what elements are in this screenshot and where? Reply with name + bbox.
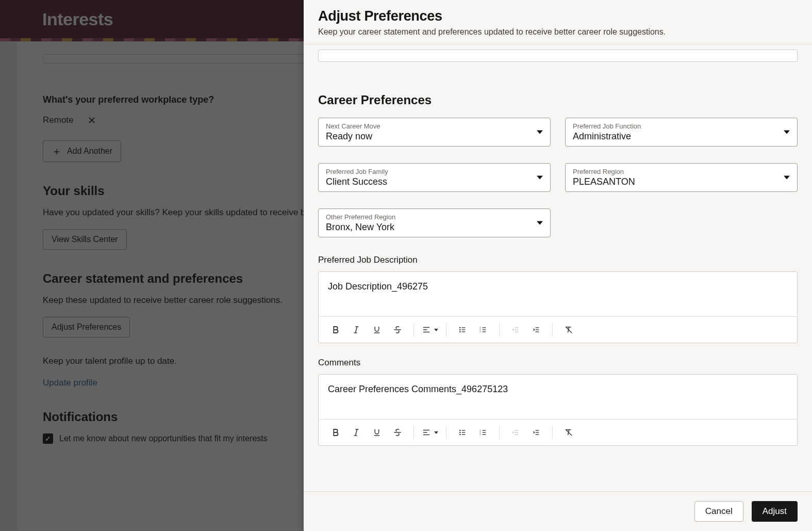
chevron-down-icon <box>537 221 543 225</box>
svg-point-12 <box>460 331 460 332</box>
chevron-down-icon <box>537 131 543 134</box>
strikethrough-icon[interactable] <box>389 424 406 441</box>
toolbar-separator <box>413 323 414 336</box>
select-label: Other Preferred Region <box>326 213 527 221</box>
comments-content[interactable]: Career Preferences Comments_496275123 <box>319 375 797 419</box>
career-statement-box[interactable] <box>318 50 798 62</box>
select-value: Ready now <box>326 131 527 142</box>
svg-point-37 <box>460 430 460 430</box>
career-preferences-heading: Career Preferences <box>318 93 798 107</box>
panel-subtitle: Keep your career statement and preferenc… <box>318 27 798 37</box>
svg-point-38 <box>460 432 460 432</box>
comments-label: Comments <box>318 358 798 368</box>
bullet-list-icon[interactable] <box>454 321 471 339</box>
toolbar-separator <box>552 323 553 336</box>
preferred-region-select[interactable]: Preferred Region PLEASANTON <box>565 163 798 192</box>
clear-format-icon[interactable] <box>560 424 577 441</box>
strikethrough-icon[interactable] <box>389 321 406 339</box>
align-dropdown[interactable] <box>421 424 439 441</box>
svg-line-2 <box>356 327 357 333</box>
description-toolbar: 123 <box>319 316 797 343</box>
align-dropdown[interactable] <box>421 321 439 339</box>
svg-line-29 <box>356 429 357 436</box>
clear-format-icon[interactable] <box>560 321 577 339</box>
panel-title: Adjust Preferences <box>318 8 798 24</box>
modal-scrim-full <box>0 0 304 531</box>
bullet-list-icon[interactable] <box>454 424 471 441</box>
select-value: PLEASANTON <box>573 176 774 187</box>
chevron-down-icon <box>784 131 790 134</box>
toolbar-separator <box>446 426 446 439</box>
next-career-move-select[interactable]: Next Career Move Ready now <box>318 118 551 147</box>
toolbar-separator <box>499 323 500 336</box>
toolbar-separator <box>552 426 553 439</box>
underline-icon[interactable] <box>368 321 386 339</box>
select-label: Preferred Region <box>573 168 774 175</box>
bold-icon[interactable] <box>327 321 344 339</box>
underline-icon[interactable] <box>368 424 386 441</box>
svg-text:3: 3 <box>479 433 481 436</box>
italic-icon[interactable] <box>347 321 365 339</box>
svg-point-11 <box>460 329 460 330</box>
other-preferred-region-select[interactable]: Other Preferred Region Bronx, New York <box>318 208 551 237</box>
indent-icon[interactable] <box>527 321 545 339</box>
select-label: Preferred Job Function <box>573 122 774 130</box>
number-list-icon[interactable]: 123 <box>474 321 492 339</box>
preferred-job-family-select[interactable]: Preferred Job Family Client Success <box>318 163 551 192</box>
cancel-button[interactable]: Cancel <box>694 501 743 522</box>
outdent-icon <box>507 321 524 339</box>
select-label: Next Career Move <box>326 122 527 130</box>
panel-body[interactable]: Career Preferences Next Career Move Read… <box>304 44 812 491</box>
preferred-job-description-editor: Job Description_496275 123 <box>318 271 798 343</box>
chevron-down-icon <box>434 431 438 434</box>
select-label: Preferred Job Family <box>326 168 527 175</box>
toolbar-separator <box>446 323 446 336</box>
bold-icon[interactable] <box>327 424 344 441</box>
preferred-job-function-select[interactable]: Preferred Job Function Administrative <box>565 118 798 147</box>
panel-footer: Cancel Adjust <box>304 491 812 531</box>
indent-icon[interactable] <box>527 424 545 441</box>
preferences-grid: Next Career Move Ready now Preferred Job… <box>318 118 798 237</box>
toolbar-separator <box>413 426 414 439</box>
toolbar-separator <box>499 426 500 439</box>
panel-header: Adjust Preferences Keep your career stat… <box>304 0 812 44</box>
comments-editor: Career Preferences Comments_496275123 12… <box>318 374 798 446</box>
svg-text:3: 3 <box>479 330 481 333</box>
chevron-down-icon <box>784 176 790 180</box>
adjust-button[interactable]: Adjust <box>752 501 798 522</box>
outdent-icon <box>507 424 524 441</box>
preferred-job-description-label: Preferred Job Description <box>318 255 798 265</box>
select-value: Client Success <box>326 176 527 187</box>
chevron-down-icon <box>537 176 543 180</box>
svg-point-39 <box>460 434 460 435</box>
comments-toolbar: 123 <box>319 419 797 445</box>
description-content[interactable]: Job Description_496275 <box>319 272 797 316</box>
number-list-icon[interactable]: 123 <box>474 424 492 441</box>
chevron-down-icon <box>434 329 438 331</box>
italic-icon[interactable] <box>347 424 365 441</box>
select-value: Administrative <box>573 131 774 142</box>
select-value: Bronx, New York <box>326 222 527 233</box>
adjust-preferences-panel: Adjust Preferences Keep your career stat… <box>304 0 812 531</box>
svg-point-10 <box>460 327 460 328</box>
